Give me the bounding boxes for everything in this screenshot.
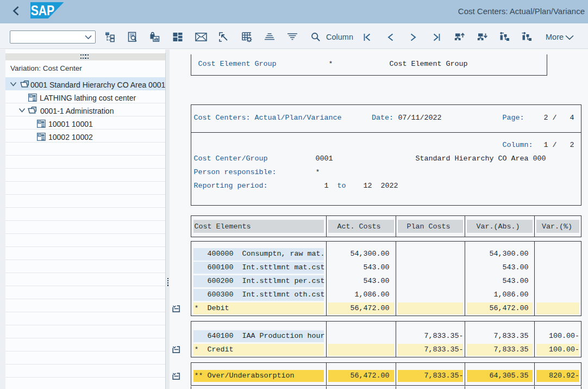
- svg-text:SAP: SAP: [31, 2, 55, 18]
